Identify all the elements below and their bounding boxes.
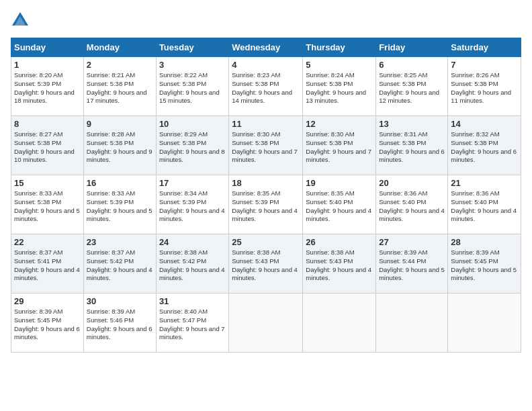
day-cell: 28 Sunrise: 8:39 AM Sunset: 5:45 PM Dayl… <box>448 234 521 293</box>
day-cell: 3 Sunrise: 8:22 AM Sunset: 5:38 PM Dayli… <box>156 57 228 116</box>
day-number: 19 <box>306 178 373 188</box>
day-number: 7 <box>451 60 518 70</box>
day-number: 1 <box>14 60 81 70</box>
day-number: 5 <box>306 60 373 70</box>
day-cell <box>448 293 521 353</box>
day-info: Sunrise: 8:38 AM Sunset: 5:43 PM Dayligh… <box>306 248 373 283</box>
day-cell: 15 Sunrise: 8:33 AM Sunset: 5:38 PM Dayl… <box>11 175 84 234</box>
day-cell: 14 Sunrise: 8:32 AM Sunset: 5:38 PM Dayl… <box>448 116 521 175</box>
day-number: 12 <box>306 119 373 129</box>
day-info: Sunrise: 8:39 AM Sunset: 5:46 PM Dayligh… <box>87 308 153 342</box>
day-number: 3 <box>159 60 226 70</box>
day-number: 30 <box>87 296 153 306</box>
day-cell: 8 Sunrise: 8:27 AM Sunset: 5:38 PM Dayli… <box>11 116 84 175</box>
day-cell: 13 Sunrise: 8:31 AM Sunset: 5:38 PM Dayl… <box>376 116 448 175</box>
day-number: 23 <box>87 237 153 247</box>
day-info: Sunrise: 8:25 AM Sunset: 5:38 PM Dayligh… <box>379 71 445 105</box>
day-info: Sunrise: 8:33 AM Sunset: 5:39 PM Dayligh… <box>87 189 153 224</box>
day-info: Sunrise: 8:35 AM Sunset: 5:40 PM Dayligh… <box>306 189 373 224</box>
day-info: Sunrise: 8:26 AM Sunset: 5:38 PM Dayligh… <box>451 71 518 105</box>
day-cell: 29 Sunrise: 8:39 AM Sunset: 5:45 PM Dayl… <box>11 293 84 353</box>
day-info: Sunrise: 8:22 AM Sunset: 5:38 PM Dayligh… <box>159 71 226 105</box>
day-cell: 20 Sunrise: 8:36 AM Sunset: 5:40 PM Dayl… <box>376 175 448 234</box>
day-cell: 19 Sunrise: 8:35 AM Sunset: 5:40 PM Dayl… <box>303 175 376 234</box>
day-cell: 27 Sunrise: 8:39 AM Sunset: 5:44 PM Dayl… <box>376 234 448 293</box>
day-number: 4 <box>232 60 300 70</box>
day-cell: 1 Sunrise: 8:20 AM Sunset: 5:39 PM Dayli… <box>11 57 84 116</box>
week-row-4: 22 Sunrise: 8:37 AM Sunset: 5:41 PM Dayl… <box>11 234 521 293</box>
day-info: Sunrise: 8:20 AM Sunset: 5:39 PM Dayligh… <box>14 71 81 105</box>
logo <box>11 11 32 30</box>
day-cell: 9 Sunrise: 8:28 AM Sunset: 5:38 PM Dayli… <box>83 116 156 175</box>
calendar-table: SundayMondayTuesdayWednesdayThursdayFrid… <box>11 38 521 353</box>
day-number: 9 <box>87 119 153 129</box>
day-info: Sunrise: 8:24 AM Sunset: 5:38 PM Dayligh… <box>306 71 373 105</box>
day-info: Sunrise: 8:37 AM Sunset: 5:42 PM Dayligh… <box>87 248 153 283</box>
day-info: Sunrise: 8:39 AM Sunset: 5:45 PM Dayligh… <box>14 308 81 342</box>
day-info: Sunrise: 8:30 AM Sunset: 5:38 PM Dayligh… <box>306 130 373 165</box>
day-cell: 22 Sunrise: 8:37 AM Sunset: 5:41 PM Dayl… <box>11 234 84 293</box>
day-cell: 26 Sunrise: 8:38 AM Sunset: 5:43 PM Dayl… <box>303 234 376 293</box>
day-cell <box>376 293 448 353</box>
day-cell: 23 Sunrise: 8:37 AM Sunset: 5:42 PM Dayl… <box>83 234 156 293</box>
day-info: Sunrise: 8:34 AM Sunset: 5:39 PM Dayligh… <box>159 189 226 224</box>
day-info: Sunrise: 8:27 AM Sunset: 5:38 PM Dayligh… <box>14 130 81 165</box>
day-cell: 18 Sunrise: 8:35 AM Sunset: 5:39 PM Dayl… <box>229 175 303 234</box>
day-number: 2 <box>87 60 153 70</box>
day-number: 15 <box>14 178 81 188</box>
day-cell: 7 Sunrise: 8:26 AM Sunset: 5:38 PM Dayli… <box>448 57 521 116</box>
day-info: Sunrise: 8:31 AM Sunset: 5:38 PM Dayligh… <box>379 130 445 165</box>
day-info: Sunrise: 8:35 AM Sunset: 5:39 PM Dayligh… <box>232 189 300 224</box>
day-number: 28 <box>451 237 518 247</box>
day-number: 8 <box>14 119 81 129</box>
week-row-1: 1 Sunrise: 8:20 AM Sunset: 5:39 PM Dayli… <box>11 57 521 116</box>
day-number: 17 <box>159 178 226 188</box>
week-row-2: 8 Sunrise: 8:27 AM Sunset: 5:38 PM Dayli… <box>11 116 521 175</box>
day-cell <box>303 293 376 353</box>
day-number: 11 <box>232 119 300 129</box>
day-info: Sunrise: 8:36 AM Sunset: 5:40 PM Dayligh… <box>379 189 445 224</box>
day-cell: 24 Sunrise: 8:38 AM Sunset: 5:42 PM Dayl… <box>156 234 228 293</box>
day-info: Sunrise: 8:32 AM Sunset: 5:38 PM Dayligh… <box>451 130 518 165</box>
day-number: 24 <box>159 237 226 247</box>
day-cell: 30 Sunrise: 8:39 AM Sunset: 5:46 PM Dayl… <box>83 293 156 353</box>
day-cell: 16 Sunrise: 8:33 AM Sunset: 5:39 PM Dayl… <box>83 175 156 234</box>
day-number: 21 <box>451 178 518 188</box>
header-row: SundayMondayTuesdayWednesdayThursdayFrid… <box>11 38 521 57</box>
day-header-sunday: Sunday <box>11 38 84 57</box>
day-info: Sunrise: 8:29 AM Sunset: 5:38 PM Dayligh… <box>159 130 226 165</box>
logo-icon <box>11 11 30 30</box>
day-number: 6 <box>379 60 445 70</box>
day-cell: 2 Sunrise: 8:21 AM Sunset: 5:38 PM Dayli… <box>83 57 156 116</box>
day-header-saturday: Saturday <box>448 38 521 57</box>
day-number: 16 <box>87 178 153 188</box>
day-header-monday: Monday <box>83 38 156 57</box>
day-cell: 5 Sunrise: 8:24 AM Sunset: 5:38 PM Dayli… <box>303 57 376 116</box>
day-cell: 31 Sunrise: 8:40 AM Sunset: 5:47 PM Dayl… <box>156 293 228 353</box>
day-number: 29 <box>14 296 81 306</box>
day-cell: 10 Sunrise: 8:29 AM Sunset: 5:38 PM Dayl… <box>156 116 228 175</box>
day-number: 13 <box>379 119 445 129</box>
page-container: SundayMondayTuesdayWednesdayThursdayFrid… <box>0 0 532 358</box>
day-cell: 6 Sunrise: 8:25 AM Sunset: 5:38 PM Dayli… <box>376 57 448 116</box>
day-info: Sunrise: 8:39 AM Sunset: 5:44 PM Dayligh… <box>379 248 445 283</box>
day-info: Sunrise: 8:28 AM Sunset: 5:38 PM Dayligh… <box>87 130 153 165</box>
day-info: Sunrise: 8:40 AM Sunset: 5:47 PM Dayligh… <box>159 308 226 342</box>
day-number: 31 <box>159 296 226 306</box>
day-header-friday: Friday <box>376 38 448 57</box>
week-row-5: 29 Sunrise: 8:39 AM Sunset: 5:45 PM Dayl… <box>11 293 521 353</box>
day-number: 18 <box>232 178 300 188</box>
day-info: Sunrise: 8:36 AM Sunset: 5:40 PM Dayligh… <box>451 189 518 224</box>
day-number: 14 <box>451 119 518 129</box>
day-info: Sunrise: 8:38 AM Sunset: 5:43 PM Dayligh… <box>232 248 300 283</box>
day-cell: 4 Sunrise: 8:23 AM Sunset: 5:38 PM Dayli… <box>229 57 303 116</box>
day-info: Sunrise: 8:23 AM Sunset: 5:38 PM Dayligh… <box>232 71 300 105</box>
day-cell: 25 Sunrise: 8:38 AM Sunset: 5:43 PM Dayl… <box>229 234 303 293</box>
day-info: Sunrise: 8:39 AM Sunset: 5:45 PM Dayligh… <box>451 248 518 283</box>
header <box>11 11 521 30</box>
day-cell: 21 Sunrise: 8:36 AM Sunset: 5:40 PM Dayl… <box>448 175 521 234</box>
day-header-tuesday: Tuesday <box>156 38 228 57</box>
day-info: Sunrise: 8:33 AM Sunset: 5:38 PM Dayligh… <box>14 189 81 224</box>
day-number: 27 <box>379 237 445 247</box>
day-number: 22 <box>14 237 81 247</box>
